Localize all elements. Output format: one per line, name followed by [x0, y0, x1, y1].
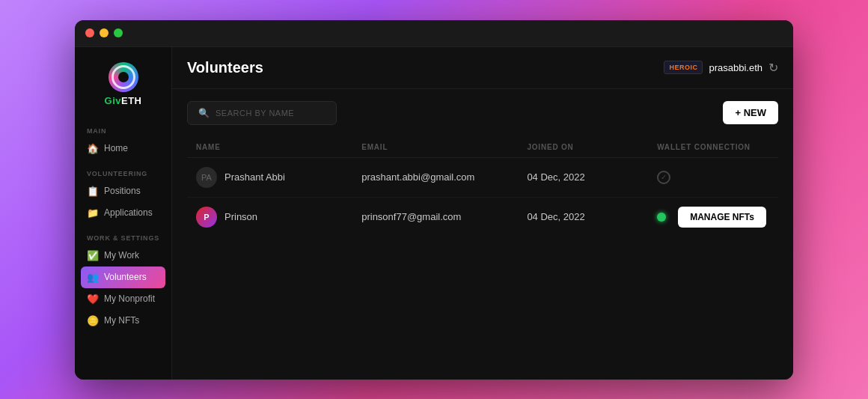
wallet-disconnected-icon — [657, 171, 670, 184]
content-area: 🔍 + NEW NAME EMAIL JOINED ON WALLET CONN… — [172, 89, 793, 380]
applications-icon: 📁 — [87, 207, 99, 219]
volunteers-table: NAME EMAIL JOINED ON WALLET CONNECTION — [187, 137, 778, 237]
nav-section-volunteering-label: VOLUNTEERING — [81, 164, 165, 180]
positions-icon: 📋 — [87, 186, 99, 197]
user-area: HEROIC prasabbi.eth ↻ — [664, 61, 778, 75]
sidebar-item-mynfts[interactable]: 🪙 My NFTs — [81, 310, 165, 332]
sidebar-item-home-label: Home — [104, 143, 128, 153]
nav-section-volunteering: VOLUNTEERING 📋 Positions 📁 Applications — [75, 164, 171, 224]
manage-nfts-button[interactable]: MANAGE NFTs — [678, 207, 766, 228]
col-header-email: EMAIL — [352, 137, 518, 158]
search-icon: 🔍 — [198, 108, 210, 118]
col-header-wallet: WALLET CONNECTION — [648, 137, 778, 158]
title-bar — [75, 20, 793, 47]
cell-wallet-1 — [648, 157, 778, 197]
table-row: P Prinson prinsonf77@gmail.com 04 Dec, 2… — [187, 197, 778, 237]
sidebar-item-nonprofit-label: My Nonprofit — [104, 293, 155, 304]
nonprofit-icon: ❤️ — [87, 293, 99, 305]
search-box[interactable]: 🔍 — [187, 101, 337, 125]
volunteers-icon: 👥 — [87, 272, 99, 283]
volunteer-row-2: P Prinson — [196, 207, 343, 228]
wallet-status-1 — [657, 171, 769, 184]
sidebar-item-mywork[interactable]: ✅ My Work — [81, 245, 165, 266]
nav-section-work: WORK & SETTINGS ✅ My Work 👥 Volunteers ❤… — [75, 228, 171, 332]
sidebar-item-volunteers[interactable]: 👥 Volunteers — [81, 266, 165, 288]
app-window: GivETH MAIN 🏠 Home VOLUNTEERING 📋 Positi… — [75, 20, 793, 380]
logo-suffix: ETH — [121, 95, 142, 106]
sidebar-item-positions[interactable]: 📋 Positions — [81, 180, 165, 202]
sidebar-item-positions-label: Positions — [104, 186, 141, 196]
sidebar-item-home[interactable]: 🏠 Home — [81, 138, 165, 159]
avatar-initials-1: PA — [201, 173, 212, 182]
logo-text: GivETH — [105, 95, 142, 106]
volunteer-name-1: Prashant Abbi — [224, 171, 285, 183]
new-button[interactable]: + NEW — [723, 101, 778, 124]
heroic-badge-prefix: HEROIC — [669, 64, 697, 71]
mynfts-icon: 🪙 — [87, 315, 99, 326]
refresh-button[interactable]: ↻ — [768, 61, 778, 75]
username: prasabbi.eth — [709, 62, 762, 73]
toolbar: 🔍 + NEW — [187, 101, 778, 125]
table-header-row: NAME EMAIL JOINED ON WALLET CONNECTION — [187, 137, 778, 158]
sidebar-item-applications-label: Applications — [104, 207, 153, 218]
col-header-joined: JOINED ON — [518, 137, 648, 158]
cell-name-2: P Prinson — [187, 197, 352, 237]
wallet-status-2: MANAGE NFTs — [657, 207, 769, 228]
maximize-button[interactable] — [114, 28, 123, 37]
col-header-name: NAME — [187, 137, 352, 158]
page-title: Volunteers — [187, 59, 263, 76]
volunteer-row-1: PA Prashant Abbi — [196, 167, 343, 188]
table-row: PA Prashant Abbi prashant.abbi@gmail.com… — [187, 157, 778, 197]
top-bar: Volunteers HEROIC prasabbi.eth ↻ — [172, 47, 793, 89]
sidebar-item-nonprofit[interactable]: ❤️ My Nonprofit — [81, 288, 165, 310]
nav-section-main-label: MAIN — [81, 121, 165, 138]
cell-email-1: prashant.abbi@gmail.com — [352, 157, 518, 197]
close-button[interactable] — [85, 28, 94, 37]
cell-email-2: prinsonf77@gmail.com — [352, 197, 518, 237]
avatar-prinson: P — [196, 207, 217, 228]
heroic-badge: HEROIC — [664, 61, 703, 74]
logo-icon — [109, 62, 138, 92]
minimize-button[interactable] — [100, 28, 109, 37]
cell-name-1: PA Prashant Abbi — [187, 157, 352, 197]
avatar-prashant: PA — [196, 167, 217, 188]
logo-area: GivETH — [105, 62, 142, 106]
cell-wallet-2: MANAGE NFTs — [648, 197, 778, 237]
avatar-initials-2: P — [204, 213, 209, 222]
cell-joined-1: 04 Dec, 2022 — [518, 157, 648, 197]
wallet-connected-icon — [657, 213, 666, 222]
cell-joined-2: 04 Dec, 2022 — [518, 197, 648, 237]
nav-section-work-label: WORK & SETTINGS — [81, 228, 165, 245]
sidebar: GivETH MAIN 🏠 Home VOLUNTEERING 📋 Positi… — [75, 47, 172, 380]
main-content: Volunteers HEROIC prasabbi.eth ↻ 🔍 — [172, 47, 793, 380]
mywork-icon: ✅ — [87, 250, 99, 261]
sidebar-item-mynfts-label: My NFTs — [104, 315, 139, 326]
app-body: GivETH MAIN 🏠 Home VOLUNTEERING 📋 Positi… — [75, 47, 793, 380]
sidebar-item-mywork-label: My Work — [104, 250, 139, 261]
sidebar-item-volunteers-label: Volunteers — [104, 272, 147, 282]
logo-prefix: Giv — [105, 95, 121, 106]
volunteer-name-2: Prinson — [224, 211, 257, 222]
home-icon: 🏠 — [87, 143, 99, 154]
nav-section-main: MAIN 🏠 Home — [75, 121, 171, 159]
search-input[interactable] — [216, 109, 326, 118]
sidebar-item-applications[interactable]: 📁 Applications — [81, 202, 165, 224]
